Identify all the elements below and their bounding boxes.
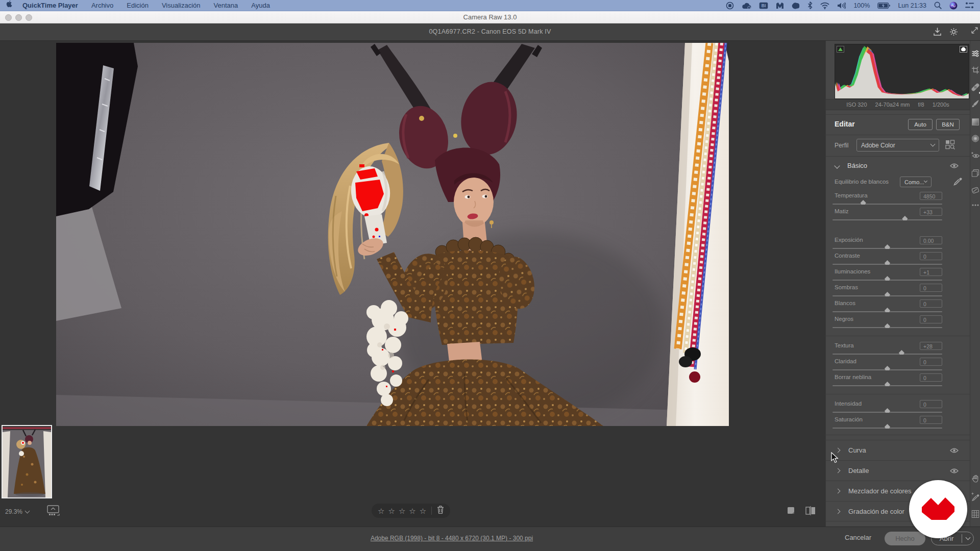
histogram[interactable] [835,44,969,99]
slider-value[interactable]: 0 [920,252,942,260]
slider-thumb[interactable] [901,216,908,220]
slider-thumb[interactable] [884,244,891,249]
slider-value[interactable]: 4850 [920,192,942,200]
slider-thumb[interactable] [884,276,891,281]
slider-track[interactable] [832,369,942,370]
shadow-clipping-icon[interactable] [837,46,844,53]
auto-button[interactable]: Auto [908,119,933,130]
red-eye-icon[interactable] [971,152,979,159]
radial-gradient-icon[interactable] [971,135,979,142]
shape-icon[interactable] [792,2,800,9]
image-info-link[interactable]: Adobe RGB (1998) - bit 8 - 4480 x 6720 (… [371,535,533,542]
presets-icon[interactable] [971,169,979,177]
star-icon[interactable]: ☆ [388,507,395,515]
menu-item-visualizacion[interactable]: Visualización [162,2,201,9]
section-curva[interactable]: Curva [826,440,970,460]
white-balance-sampler-icon[interactable] [971,492,979,501]
slider-track[interactable] [832,327,942,328]
slider-track[interactable] [832,204,942,205]
slider-track[interactable] [832,264,942,265]
slider-thumb[interactable] [860,200,867,205]
star-icon[interactable]: ☆ [409,507,415,515]
zoom-control[interactable]: 29.3% [5,508,29,515]
snapshots-icon[interactable] [971,187,979,194]
filmstrip-thumbnail[interactable] [2,425,52,498]
eye-icon[interactable] [950,447,959,455]
white-balance-select[interactable]: Como... [900,177,932,187]
menu-item-archivo[interactable]: Archivo [91,2,113,9]
slider-thumb[interactable] [884,408,891,413]
cloud-icon[interactable] [742,2,751,9]
screen-record-icon[interactable] [726,2,734,10]
brush-icon[interactable] [971,99,979,108]
slider-value[interactable]: +28 [920,342,942,350]
hand-icon[interactable] [971,474,979,483]
slider-track[interactable] [832,428,942,429]
basic-section-header[interactable]: Básico [826,158,970,173]
slider-thumb[interactable] [884,366,891,370]
slider-track[interactable] [832,248,942,249]
slider-track[interactable] [832,385,942,386]
photo-canvas[interactable] [56,43,729,426]
slider-value[interactable]: 0.00 [920,236,942,244]
slider-value[interactable]: +33 [920,208,942,216]
expand-arrows-icon[interactable] [971,27,978,36]
slider-value[interactable]: 0 [920,373,942,382]
slider-thumb[interactable] [884,308,891,312]
slider-track[interactable] [832,354,942,355]
slider-value[interactable]: 0 [920,416,942,424]
single-view-icon[interactable] [787,507,795,517]
slider-value[interactable]: +1 [920,268,942,276]
more-options-icon[interactable] [972,204,979,206]
profile-select[interactable]: Adobe Color [856,139,939,152]
slider-track[interactable] [832,295,942,296]
slider-thumb[interactable] [884,424,891,429]
eye-icon[interactable] [950,468,959,475]
trash-icon[interactable] [437,506,444,516]
filmstrip-toggle-icon[interactable] [47,505,60,518]
siri-icon[interactable] [949,2,958,10]
healing-icon[interactable] [971,83,979,91]
slider-track[interactable] [832,412,942,413]
linear-gradient-icon[interactable] [972,118,979,126]
menu-app-name[interactable]: QuickTime Player [22,2,78,9]
menu-item-ventana[interactable]: Ventana [214,2,238,9]
edit-sliders-icon[interactable] [971,50,979,57]
star-icon[interactable]: ☆ [378,507,384,515]
crop-icon[interactable] [971,66,979,74]
slider-thumb[interactable] [884,292,891,296]
star-icon[interactable]: ☆ [399,507,405,515]
slider-value[interactable]: 0 [920,400,942,408]
section-detalle[interactable]: Detalle [826,460,970,481]
slider-thumb[interactable] [884,260,891,265]
malwarebytes-icon[interactable] [776,2,784,9]
slider-thumb[interactable] [898,350,905,355]
profile-browser-icon[interactable] [945,140,955,152]
star-icon[interactable]: ☆ [420,507,426,515]
grid-overlay-icon[interactable] [971,510,979,518]
cancel-button[interactable]: Cancelar [845,534,871,541]
slider-value[interactable]: 0 [920,299,942,308]
slider-track[interactable] [832,219,942,220]
volume-icon[interactable] [837,2,846,9]
slider-thumb[interactable] [884,323,891,328]
eyedropper-icon[interactable] [953,177,963,188]
menu-item-ayuda[interactable]: Ayuda [251,2,270,9]
slider-track[interactable] [832,280,942,281]
bi-app-icon[interactable]: BI [759,2,768,9]
apple-icon[interactable] [6,1,13,10]
before-after-icon[interactable] [805,506,816,517]
eye-icon[interactable] [950,163,959,170]
slider-value[interactable]: 0 [920,315,942,323]
slider-value[interactable]: 0 [920,358,942,366]
search-icon[interactable] [934,2,942,9]
done-button[interactable]: Hecho [885,532,925,545]
export-icon[interactable] [933,28,942,38]
menu-clock[interactable]: Lun 21:33 [898,2,926,9]
bluetooth-icon[interactable] [807,2,813,9]
black-white-button[interactable]: B&N [936,119,960,130]
control-center-icon[interactable] [965,2,974,9]
highlight-clipping-icon[interactable] [960,46,967,53]
slider-thumb[interactable] [884,382,891,386]
gear-icon[interactable] [949,28,958,38]
